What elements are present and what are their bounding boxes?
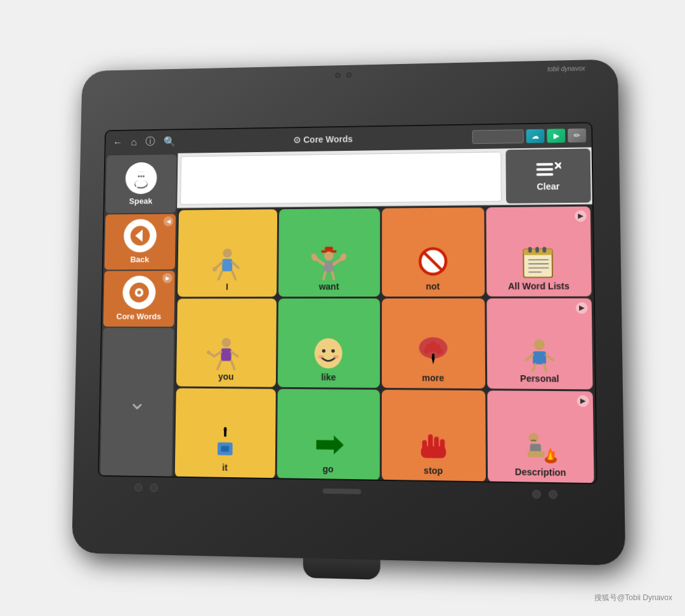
bottom-btns-left xyxy=(134,483,158,492)
svg-point-18 xyxy=(223,248,232,257)
back-nav-icon[interactable]: ← xyxy=(110,136,125,149)
back-icon xyxy=(124,219,157,253)
back-label: Back xyxy=(130,255,149,264)
svg-line-53 xyxy=(232,361,235,369)
you-label: you xyxy=(218,371,234,382)
screen: ← ⌂ ⓘ 🔍 ⊙ Core Words ☁ ▶ ✏ xyxy=(98,122,597,484)
aac-grid: I xyxy=(173,204,596,484)
grid-cell-not[interactable]: not xyxy=(382,207,485,297)
grid-cell-you[interactable]: you xyxy=(176,298,277,387)
camera-dot-2 xyxy=(346,72,351,77)
grid-cell-I[interactable]: I xyxy=(178,209,277,297)
svg-rect-76 xyxy=(224,427,226,437)
svg-point-69 xyxy=(534,339,545,350)
grid-cell-all-word-lists[interactable]: ▶ xyxy=(486,206,591,296)
core-words-icon xyxy=(122,276,156,309)
description-icon xyxy=(517,429,564,466)
grid-cell-go[interactable]: go xyxy=(277,388,379,480)
go-icon xyxy=(306,427,351,463)
svg-rect-14 xyxy=(537,168,554,170)
speak-button[interactable]: Speak xyxy=(105,154,176,213)
personal-arrow: ▶ xyxy=(576,302,588,313)
front-btn-3[interactable] xyxy=(532,489,541,498)
svg-rect-68 xyxy=(432,354,434,359)
svg-line-52 xyxy=(218,361,221,369)
speak-label: Speak xyxy=(129,196,153,205)
chevron-icon: ⌄ xyxy=(127,388,147,415)
back-arrow-indicator: ◀ xyxy=(164,216,174,226)
grid-cell-stop[interactable]: stop xyxy=(381,389,485,481)
back-button[interactable]: ◀ Back xyxy=(105,214,176,269)
text-input-box[interactable] xyxy=(180,151,502,205)
svg-point-27 xyxy=(325,251,334,260)
core-words-button[interactable]: ▶ Core Words xyxy=(103,271,175,326)
core-words-label: Core Words xyxy=(116,312,161,321)
svg-line-74 xyxy=(544,364,546,370)
edit-nav-btn[interactable]: ✏ xyxy=(568,128,586,142)
svg-point-66 xyxy=(436,348,442,354)
grid-cell-personal[interactable]: ▶ Personal xyxy=(486,298,593,389)
core-words-arrow-indicator: ▶ xyxy=(162,273,173,283)
speak-icon xyxy=(125,162,157,194)
you-icon xyxy=(204,335,248,370)
svg-line-24 xyxy=(232,271,236,279)
cloud-nav-btn[interactable]: ☁ xyxy=(526,129,545,143)
svg-rect-28 xyxy=(324,262,334,272)
front-btn-1[interactable] xyxy=(134,483,143,491)
front-btn-4[interactable] xyxy=(549,490,558,499)
all-word-lists-icon xyxy=(516,244,562,279)
not-icon xyxy=(410,245,455,279)
grid-cell-more[interactable]: more xyxy=(381,298,485,388)
grid-cell-want[interactable]: want xyxy=(278,208,379,296)
device-top-bar xyxy=(336,72,352,77)
svg-rect-78 xyxy=(221,446,230,451)
svg-marker-79 xyxy=(316,435,344,454)
svg-rect-19 xyxy=(222,259,232,271)
svg-point-56 xyxy=(332,349,336,353)
play-nav-btn[interactable]: ▶ xyxy=(547,129,565,143)
like-icon xyxy=(306,335,351,370)
I-icon xyxy=(206,246,249,280)
device: tobii dynavox ← ⌂ ⓘ 🔍 ⊙ Core Words ☁ ▶ ✏ xyxy=(72,59,625,565)
svg-rect-41 xyxy=(542,247,546,252)
grid-cell-description[interactable]: ▶ xyxy=(487,390,594,484)
bottom-btns-right xyxy=(532,489,558,498)
clear-button[interactable]: Clear xyxy=(506,148,590,203)
it-icon xyxy=(203,425,247,461)
svg-point-55 xyxy=(322,349,326,353)
svg-rect-25 xyxy=(325,247,334,250)
I-label: I xyxy=(226,281,228,292)
nav-search-box[interactable] xyxy=(472,129,523,144)
svg-rect-40 xyxy=(535,247,539,252)
svg-point-21 xyxy=(212,267,217,271)
front-btn-2[interactable] xyxy=(150,484,158,492)
home-nav-icon[interactable]: ⌂ xyxy=(128,135,139,148)
more-label: more xyxy=(422,373,444,383)
description-arrow: ▶ xyxy=(577,395,589,407)
clear-icon-group xyxy=(535,160,561,179)
svg-line-20 xyxy=(216,262,222,267)
search-nav-icon[interactable]: 🔍 xyxy=(161,134,178,148)
personal-label: Personal xyxy=(520,373,559,383)
svg-line-71 xyxy=(525,354,532,359)
want-label: want xyxy=(319,281,339,292)
not-label: not xyxy=(426,281,440,291)
svg-point-54 xyxy=(315,338,342,368)
it-label: it xyxy=(222,462,228,472)
svg-line-34 xyxy=(332,272,334,279)
personal-icon xyxy=(516,336,563,372)
svg-rect-47 xyxy=(221,348,231,361)
svg-point-46 xyxy=(222,338,232,347)
svg-point-57 xyxy=(318,355,324,359)
grid-cell-it[interactable]: it xyxy=(175,388,276,478)
bottom-buttons xyxy=(98,482,597,499)
grid-cell-like[interactable]: like xyxy=(278,298,379,387)
chevron-button[interactable]: ⌄ xyxy=(100,328,174,477)
svg-line-48 xyxy=(214,351,221,356)
clear-icon xyxy=(535,160,561,179)
info-nav-icon[interactable]: ⓘ xyxy=(143,134,157,150)
stop-icon xyxy=(410,428,456,464)
svg-line-23 xyxy=(219,271,223,279)
main-content: Speak ◀ Back xyxy=(99,147,596,484)
more-icon xyxy=(410,336,455,371)
